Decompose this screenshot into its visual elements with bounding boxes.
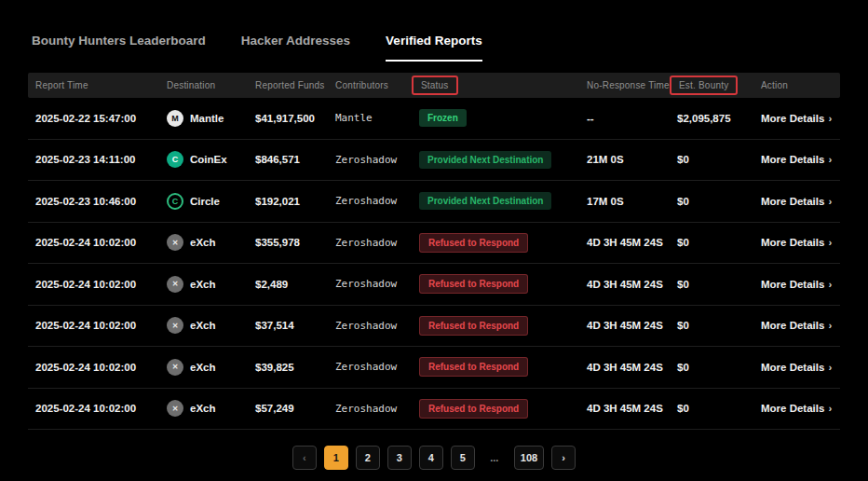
chevron-right-icon: › [828,196,832,207]
no-response-time-cell: 4D 3H 45M 24S [579,403,670,414]
destination-name: Circle [190,196,220,207]
report-time-cell: 2025-02-23 10:46:00 [28,196,159,207]
contributors-cell: Zeroshadow [328,278,412,290]
more-details-link[interactable]: More Details› [753,403,840,414]
pagination-page-button[interactable]: ... [482,446,507,470]
tab[interactable]: Bounty Hunters Leaderboard [32,28,206,62]
more-details-link[interactable]: More Details› [753,113,840,124]
destination-logo-icon: ✕ [167,234,183,251]
status-cell: Refused to Respond [412,399,579,419]
destination-logo-icon: ✕ [167,317,183,334]
destination-cell: ✕ eXch [159,234,248,251]
tab[interactable]: Hacker Addresses [241,28,350,62]
tab[interactable]: Verified Reports [386,28,482,62]
pagination-page-button[interactable]: 1 [324,446,348,470]
more-details-link[interactable]: More Details› [753,279,840,290]
table-body: 2025-02-22 15:47:00 M Mantle $41,917,500… [28,98,840,430]
more-details-link[interactable]: More Details› [753,237,840,248]
report-time-cell: 2025-02-24 10:02:00 [28,403,159,414]
more-details-label: More Details [761,362,824,373]
destination-cell: ✕ eXch [159,317,248,334]
reports-table: Report Time Destination Reported Funds C… [28,73,840,430]
destination-logo-glyph: M [171,114,179,123]
column-header: Status [412,78,579,92]
more-details-link[interactable]: More Details› [753,362,840,373]
verified-reports-page: Bounty Hunters Leaderboard Hacker Addres… [0,0,868,481]
status-badge: Refused to Respond [419,399,528,419]
pagination: ‹ 1 2 3 4 5 ... 108 › [28,446,840,470]
report-time-cell: 2025-02-24 10:02:00 [28,279,159,290]
chevron-right-icon: › [828,237,832,248]
table-row: 2025-02-24 10:02:00 ✕ eXch $57,249 Zeros… [28,389,840,431]
table-row: 2025-02-23 14:11:00 C CoinEx $846,571 Ze… [28,140,840,182]
reported-funds-cell: $355,978 [248,237,328,248]
report-time-cell: 2025-02-24 10:02:00 [28,362,159,373]
report-time-cell: 2025-02-24 10:02:00 [28,237,159,248]
column-header: Destination [159,78,248,92]
more-details-label: More Details [761,113,824,124]
destination-cell: ✕ eXch [159,276,248,293]
contributors-cell: Zeroshadow [328,361,412,373]
reported-funds-cell: $846,571 [248,154,328,165]
column-header: Action [753,78,840,92]
status-badge: Refused to Respond [419,233,528,253]
destination-logo-icon: ✕ [167,276,183,293]
destination-name: eXch [190,320,216,331]
pagination-page-button[interactable]: 4 [419,446,443,470]
destination-logo-glyph: C [172,155,179,164]
contributors-cell: Mantle [328,112,412,124]
contributors-cell: Zeroshadow [328,320,412,332]
report-time-cell: 2025-02-23 14:11:00 [28,154,159,165]
destination-logo-glyph: ✕ [172,239,179,247]
destination-name: eXch [190,237,216,248]
report-time-cell: 2025-02-24 10:02:00 [28,320,159,331]
table-row: 2025-02-24 10:02:00 ✕ eXch $37,514 Zeros… [28,306,840,348]
report-time-cell: 2025-02-22 15:47:00 [28,113,159,124]
reported-funds-cell: $37,514 [248,320,328,331]
pagination-page-button[interactable]: 108 [514,446,544,470]
pagination-page-button[interactable]: 2 [356,446,380,470]
reported-funds-cell: $2,489 [248,279,328,290]
est-bounty-cell: $0 [670,362,753,373]
destination-cell: ✕ eXch [159,359,248,376]
status-cell: Provided Next Destination [412,192,579,210]
status-badge: Frozen [419,109,467,127]
destination-logo-icon: C [167,151,183,168]
destination-cell: C Circle [159,193,248,210]
no-response-time-cell: -- [579,113,670,124]
contributors-cell: Zeroshadow [328,403,412,415]
est-bounty-cell: $0 [670,154,753,165]
status-badge: Refused to Respond [419,274,528,294]
column-header-label: No-Response Time [587,78,670,92]
reported-funds-cell: $192,021 [248,196,328,207]
column-header: Contributors [328,78,412,92]
status-cell: Refused to Respond [412,316,579,336]
est-bounty-cell: $2,095,875 [670,113,753,124]
destination-logo-icon: ✕ [167,400,183,417]
status-badge: Provided Next Destination [419,151,551,169]
more-details-link[interactable]: More Details› [753,320,840,331]
est-bounty-cell: $0 [670,320,753,331]
pagination-next-button[interactable]: › [551,446,576,470]
est-bounty-cell: $0 [670,403,753,414]
destination-logo-icon: M [167,110,183,127]
status-cell: Refused to Respond [412,274,579,294]
destination-name: Mantle [190,113,224,124]
no-response-time-cell: 4D 3H 45M 24S [579,362,670,373]
destination-logo-glyph: ✕ [172,405,179,413]
column-header-label: Reported Funds [255,78,325,92]
chevron-right-icon: › [828,279,832,290]
destination-logo-glyph: ✕ [172,363,179,371]
pagination-page-button[interactable]: 5 [451,446,475,470]
column-header: Report Time [28,78,159,92]
no-response-time-cell: 21M 0S [579,154,670,165]
pagination-page-button[interactable]: 3 [387,446,412,470]
pagination-prev-button[interactable]: ‹ [292,446,317,470]
status-badge: Refused to Respond [419,316,528,336]
status-cell: Refused to Respond [412,357,579,377]
more-details-link[interactable]: More Details› [753,196,840,207]
destination-name: eXch [190,279,216,290]
column-header-label: Est. Bounty [670,76,738,95]
destination-name: eXch [190,362,216,373]
more-details-link[interactable]: More Details› [753,154,840,165]
